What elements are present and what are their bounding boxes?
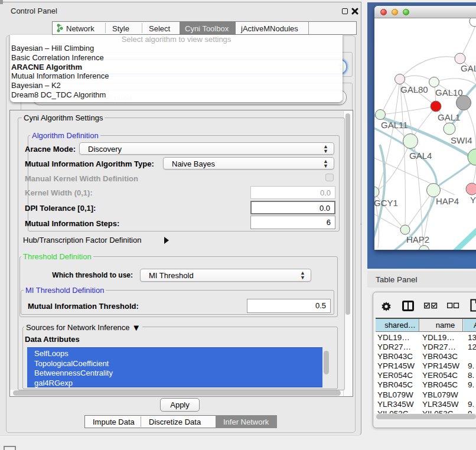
svg-text:GAL80: GAL80 [400, 84, 428, 94]
svg-text:HAP2: HAP2 [406, 234, 429, 244]
svg-text:GAL10: GAL10 [435, 87, 463, 97]
svg-text:GAL: GAL [461, 63, 476, 73]
svg-text:Y: Y [470, 195, 476, 205]
svg-text:GAL11: GAL11 [381, 120, 408, 130]
svg-text:GAL1: GAL1 [438, 112, 460, 122]
svg-text:GCY1: GCY1 [374, 198, 398, 208]
svg-text:SWI4: SWI4 [451, 135, 472, 145]
svg-text:HAP4: HAP4 [436, 196, 459, 206]
svg-text:GAL4: GAL4 [409, 151, 432, 161]
